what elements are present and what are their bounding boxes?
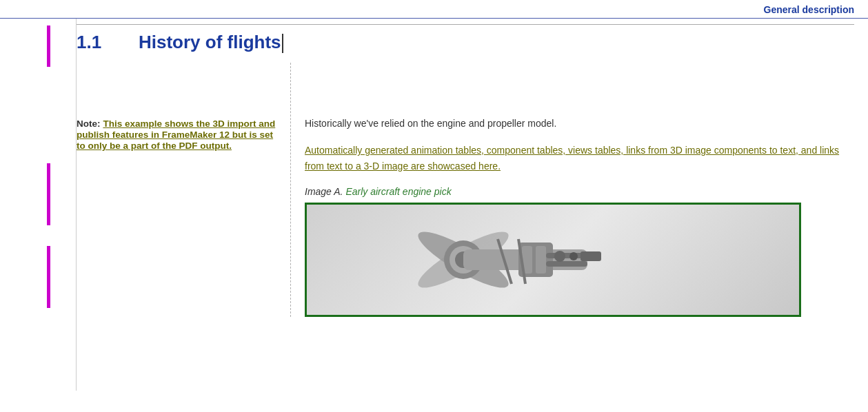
engine-image-box <box>305 203 801 317</box>
left-margin <box>0 19 76 391</box>
header-title: General description <box>764 4 854 15</box>
section-heading: 1.1 History of flights <box>77 24 854 63</box>
engine-svg <box>408 205 649 315</box>
note-column: Note: This example shows the 3D import a… <box>77 63 283 317</box>
svg-point-14 <box>569 252 578 260</box>
section-number: 1.1 <box>77 32 118 53</box>
image-caption: Image A. Early aircraft engine pick <box>305 186 854 197</box>
margin-bar-bot <box>47 246 50 308</box>
svg-point-13 <box>554 251 565 262</box>
note-label: Note: <box>77 119 101 129</box>
section-title-text: History of flights <box>139 32 281 52</box>
margin-bar-top <box>47 25 50 67</box>
body-columns: Note: This example shows the 3D import a… <box>77 63 854 317</box>
svg-rect-10 <box>546 261 587 267</box>
image-caption-dynamic: Early aircraft engine pick <box>345 186 451 197</box>
intro-text: Historically we've relied on the engine … <box>305 118 854 129</box>
note-link[interactable]: This example shows the 3D import and pub… <box>77 119 275 151</box>
svg-rect-8 <box>536 246 546 274</box>
main-content: 1.1 History of flights Note: This exampl… <box>0 19 868 391</box>
section-title: History of flights <box>139 32 283 53</box>
cursor <box>282 34 283 53</box>
svg-rect-15 <box>581 251 601 261</box>
margin-bar-mid <box>47 163 50 225</box>
page-header: General description <box>0 0 868 19</box>
note-box: Note: This example shows the 3D import a… <box>77 118 283 151</box>
animated-tables-link[interactable]: Automatically generated animation tables… <box>305 143 854 174</box>
image-caption-static: Image A. <box>305 186 343 197</box>
engine-image <box>307 205 799 315</box>
page-container: General description 1.1 History of fligh… <box>0 0 868 412</box>
content-column: 1.1 History of flights Note: This exampl… <box>76 19 868 391</box>
right-column: Historically we've relied on the engine … <box>290 63 854 317</box>
